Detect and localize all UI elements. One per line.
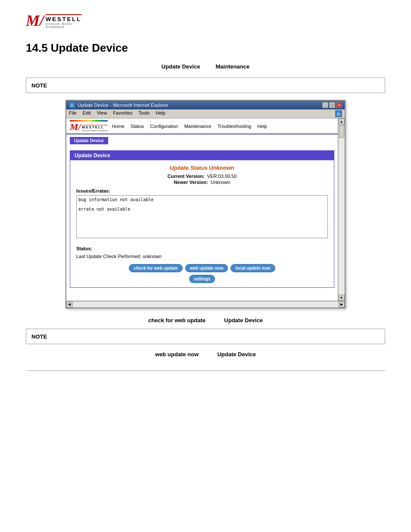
nav-troubleshooting[interactable]: Troubleshooting <box>218 124 251 129</box>
current-version-row: Current Version: VER:03.00.50 <box>76 174 328 179</box>
ie-icon: e <box>69 102 75 108</box>
caption2-web-update: web update now <box>155 351 199 358</box>
scroll-track <box>339 124 345 295</box>
scroll-up-btn[interactable]: ▲ <box>339 118 345 124</box>
update-device-panel: Update Device Update Status Unknown Curr… <box>70 150 334 288</box>
inner-nav: Home Status Configuration Maintenance Tr… <box>112 124 267 129</box>
nav-status[interactable]: Status <box>131 124 144 129</box>
scroll-down-btn[interactable]: ▼ <box>339 295 345 301</box>
status-bold-label: Status: <box>76 246 92 251</box>
newer-version-row: Newer Version: Unknown <box>76 180 328 185</box>
logo-area: M/ WESTELL Discover Better Broadband <box>26 9 385 28</box>
browser-titlebar: e Update Device - Microsoft Internet Exp… <box>66 101 345 109</box>
intro-maintenance: Maintenance <box>215 63 249 70</box>
titlebar-buttons[interactable]: _ □ ✕ <box>322 102 342 108</box>
menu-tools[interactable]: Tools <box>139 110 150 117</box>
menu-view[interactable]: View <box>97 110 107 117</box>
inner-breadcrumb: Update Device <box>66 134 338 146</box>
close-button[interactable]: ✕ <box>336 102 342 108</box>
note-box-1: NOTE <box>26 78 385 93</box>
browser-window: e Update Device - Microsoft Internet Exp… <box>65 100 346 308</box>
settings-btn[interactable]: settings <box>189 275 215 283</box>
status-section: Status: Last Update Check Performed: unk… <box>76 244 328 260</box>
browser-menubar: File Edit View Favorites Tools Help e <box>66 109 345 118</box>
hscroll-track <box>73 302 338 307</box>
menu-file[interactable]: File <box>69 110 77 117</box>
check-web-update-btn[interactable]: check for web update <box>129 264 182 272</box>
intro-update-device: Update Device <box>162 63 200 70</box>
browser-main: M/ WESTELL Discover Better Broadband Hom… <box>66 118 338 301</box>
logo-brand: WESTELL <box>46 14 81 22</box>
scroll-thumb[interactable] <box>339 125 344 138</box>
settings-row: settings <box>76 275 328 283</box>
nav-configuration[interactable]: Configuration <box>150 124 178 129</box>
caption1-check: check for web update <box>148 317 206 324</box>
current-version-label: Current Version: <box>168 174 205 179</box>
web-update-now-btn[interactable]: web update now <box>185 264 228 272</box>
vertical-scrollbar[interactable]: ▲ ▼ <box>338 118 345 301</box>
browser-title: Update Device - Microsoft Internet Explo… <box>78 103 168 108</box>
local-update-now-btn[interactable]: local update now <box>230 264 275 272</box>
menu-edit[interactable]: Edit <box>83 110 91 117</box>
status-value: Last Update Check Performed: unknown <box>76 254 162 259</box>
note-label-1: NOTE <box>31 82 47 89</box>
nav-help[interactable]: Help <box>257 124 267 129</box>
status-heading: Update Status Unknown <box>76 165 328 171</box>
menu-favorites[interactable]: Favorites <box>113 110 132 117</box>
minimize-button[interactable]: _ <box>322 102 328 108</box>
panel-body: Update Status Unknown Current Version: V… <box>70 160 334 287</box>
issues-textarea[interactable]: bug information not available errata not… <box>76 195 328 238</box>
browser-content-area: M/ WESTELL Discover Better Broadband Hom… <box>66 118 345 301</box>
update-device-breadcrumb-btn[interactable]: Update Device <box>70 137 108 144</box>
menu-help[interactable]: Help <box>156 110 165 117</box>
caption2-update-device: Update Device <box>217 351 256 358</box>
horizontal-scrollbar[interactable]: ◀ ▶ <box>66 301 345 308</box>
ie-logo-small: e <box>335 110 342 117</box>
current-version-value: VER:03.00.50 <box>207 174 237 179</box>
titlebar-left: e Update Device - Microsoft Internet Exp… <box>69 102 168 108</box>
newer-version-value: Unknown <box>211 180 230 185</box>
page-divider <box>26 370 385 371</box>
note-box-2: NOTE <box>26 329 385 344</box>
logo-m-symbol: M/ <box>26 13 44 28</box>
newer-version-label: Newer Version: <box>174 180 208 185</box>
bottom-spacer <box>66 292 338 301</box>
westell-logo: M/ WESTELL Discover Better Broadband <box>26 9 78 28</box>
inner-logo-m: M/ <box>70 122 81 132</box>
inner-logo-brand: WESTELL <box>82 125 108 129</box>
caption-text-2: web update now Update Device <box>26 351 385 358</box>
maximize-button[interactable]: □ <box>329 102 335 108</box>
note-label-2: NOTE <box>31 333 47 340</box>
intro-text: Update Device Maintenance <box>26 63 385 70</box>
logo-tagline: Discover Better Broadband <box>46 22 81 28</box>
page-title: 14.5 Update Device <box>26 41 385 55</box>
inner-westell-logo: M/ WESTELL Discover Better Broadband <box>70 120 108 132</box>
hscroll-right-btn[interactable]: ▶ <box>339 302 345 308</box>
nav-home[interactable]: Home <box>112 124 125 129</box>
caption1-update-device: Update Device <box>224 317 263 324</box>
issues-label: Issues/Erratas: <box>76 188 328 193</box>
caption-text-1: check for web update Update Device <box>26 317 385 324</box>
inner-logo-tagline: Discover Better Broadband <box>82 129 108 132</box>
inner-header: M/ WESTELL Discover Better Broadband Hom… <box>66 118 338 134</box>
hscroll-left-btn[interactable]: ◀ <box>66 302 72 308</box>
action-buttons: check for web update web update now loca… <box>76 264 328 272</box>
panel-header: Update Device <box>70 151 334 160</box>
nav-maintenance[interactable]: Maintenance <box>184 124 212 129</box>
